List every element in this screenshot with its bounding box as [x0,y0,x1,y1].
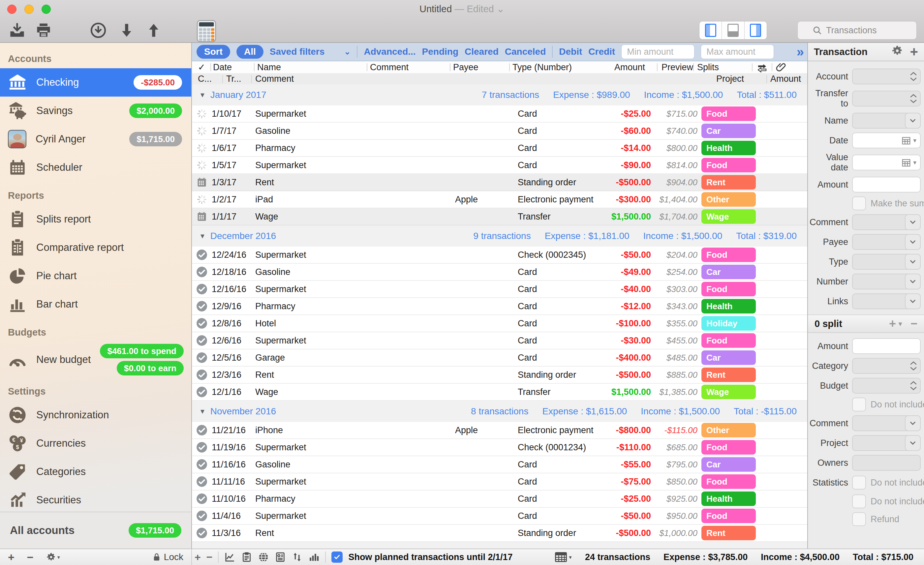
transaction-row[interactable]: 11/10/16PharmacyCard-$25.00$925.00Health [192,490,807,508]
transfer-arrows-icon[interactable] [756,61,768,73]
min-amount-input[interactable] [621,45,694,59]
transaction-row[interactable]: 1/3/17RentStanding order-$500.00$904.00R… [192,174,807,191]
transaction-row[interactable]: 12/18/16GasolineCard-$49.00$254.00Car [192,264,807,281]
globe-icon[interactable] [258,552,269,563]
chevron-down-icon[interactable] [905,234,921,250]
chevron-down-icon[interactable] [905,415,921,431]
project-field[interactable] [852,435,921,451]
chevron-down-icon[interactable] [905,274,921,289]
transaction-row[interactable]: 1/2/17iPadAppleElectronic payment-$300.0… [192,191,807,208]
saved-filters-chevron-icon[interactable]: ⌄ [344,47,351,56]
filter-advanced[interactable]: Advanced... [364,46,416,57]
budget-field[interactable] [852,378,921,394]
category-badge[interactable]: Health [701,141,756,155]
title-chevron-icon[interactable]: ⌄ [496,4,504,14]
column-subheader-comment[interactable]: Comment [255,73,294,84]
category-badge[interactable]: Rent [701,367,756,382]
category-badge[interactable]: Food [701,333,756,348]
category-badge[interactable]: Food [701,158,756,172]
remove-split-button[interactable]: − [910,317,917,331]
date-picker-icon[interactable]: ▼ [901,158,917,168]
transfer-to-field[interactable] [852,91,921,106]
add-split-chevron-icon[interactable]: ▾ [898,320,902,328]
disclosure-triangle-icon[interactable]: ▼ [199,232,206,240]
sidebar-item-securities[interactable]: Securities [0,486,191,512]
toggle-bottombar-button[interactable] [722,21,744,39]
category-badge[interactable]: Food [701,247,756,262]
sidebar-item-savings[interactable]: Savings$2,000.00 [0,97,191,125]
filter-credit[interactable]: Credit [588,46,615,57]
transaction-row[interactable]: 11/3/16RentStanding order-$500.00$1,000.… [192,525,807,542]
move-up-icon[interactable] [145,22,162,39]
category-badge[interactable]: Rent [701,175,756,190]
column-header-name[interactable]: Name [257,61,281,73]
column-subheader-tr-[interactable]: Tr... [226,73,242,84]
checkbox-do-not-include-in-[interactable] [852,476,866,490]
scope-all-button[interactable]: All [237,45,264,59]
toggle-sidebar-button[interactable] [699,21,722,39]
column-header-splits[interactable]: Splits [697,61,719,73]
checkbox-refund[interactable] [852,512,866,526]
column-header-preview[interactable]: Preview [662,61,693,73]
category-badge[interactable]: Food [701,509,756,523]
category-badge[interactable]: Rent [701,526,756,540]
month-section-header[interactable]: ▼January 20177 transactionsExpense : $98… [192,84,807,105]
category-badge[interactable]: Food [701,106,756,121]
column-header-date[interactable]: Date [213,61,232,73]
transaction-row[interactable]: 1/5/17SupermarketCard-$90.00$814.00Food [192,157,807,174]
transaction-row[interactable]: 12/9/16PharmacyCard-$12.00$343.00Health [192,298,807,315]
add-account-button[interactable]: + [8,551,15,564]
category-badge[interactable]: Other [701,192,756,207]
column-header-amount[interactable]: Amount [596,61,645,73]
stepper-icon[interactable] [909,360,917,372]
table-view-button[interactable]: ▾ [554,551,572,563]
transaction-row[interactable]: 12/1/16WageTransfer$1,500.00$1,385.00Wag… [192,384,807,401]
transaction-row[interactable]: 1/1/17WageTransfer$1,500.00$1,704.00Wage [192,208,807,225]
transaction-row[interactable]: 11/21/16iPhoneAppleElectronic payment-$8… [192,422,807,439]
invoice-icon[interactable] [275,552,286,563]
sidebar-item-cyril-anger[interactable]: Cyril Anger$1,715.00 [0,125,191,153]
disclosure-triangle-icon[interactable]: ▼ [199,91,206,99]
print-icon[interactable] [35,22,52,39]
more-filters-chevron-icon[interactable]: » [797,45,802,59]
sidebar-item-checking[interactable]: Checking-$285.00 [0,68,191,97]
category-badge[interactable]: Holiday [701,316,756,331]
download-all-icon[interactable] [90,22,107,39]
stepper-icon[interactable] [909,93,917,105]
transaction-row[interactable]: 1/7/17GasolineCard-$60.00$740.00Car [192,123,807,140]
transaction-row[interactable]: 11/19/16SupermarketCheck (0001234)-$110.… [192,439,807,456]
filter-cleared[interactable]: Cleared [465,46,499,57]
owners-field[interactable] [852,455,921,471]
add-split-button[interactable]: + [889,317,896,331]
category-badge[interactable]: Health [701,492,756,506]
category-badge[interactable]: Other [701,423,756,438]
column-header--[interactable]: ✓ [198,61,206,73]
checkbox-make-the-sum-of-[interactable] [852,196,866,210]
column-subheader-project[interactable]: Project [716,73,744,84]
search-field[interactable] [797,21,917,40]
account-field[interactable] [852,69,921,84]
category-badge[interactable]: Food [701,282,756,296]
disclosure-triangle-icon[interactable]: ▼ [199,408,206,415]
month-section-header[interactable]: ▼December 20169 transactionsExpense : $1… [192,225,807,247]
checkbox-do-not-include-w-[interactable] [852,495,866,508]
links-field[interactable] [852,294,921,309]
transaction-row[interactable]: 11/4/16SupermarketCard-$50.00$950.00Food [192,508,807,525]
date-field[interactable]: ▼ [852,132,921,148]
transaction-row[interactable]: 1/6/17PharmacyCard-$14.00$800.00Health [192,140,807,157]
chevron-down-icon[interactable] [905,294,921,309]
column-header-comment[interactable]: Comment [370,61,409,73]
transaction-row[interactable]: 12/16/16SupermarketCard-$40.00$303.00Foo… [192,281,807,298]
column-header-type-number-[interactable]: Type (Number) [513,61,572,73]
category-badge[interactable]: Car [701,265,756,279]
value-date-field[interactable]: ▼ [852,154,921,171]
sort-button[interactable]: Sort [196,45,230,59]
transaction-row[interactable]: 11/16/16GasolineCard-$55.00$795.00Car [192,456,807,474]
category-badge[interactable]: Wage [701,209,756,224]
category-badge[interactable]: Car [701,351,756,365]
comment-field[interactable] [852,214,921,230]
sidebar-item-splits-report[interactable]: Splits report [0,205,191,233]
add-row-button[interactable]: + [195,551,201,564]
category-badge[interactable]: Car [701,124,756,138]
checkbox-do-not-include-in-[interactable] [852,397,866,411]
